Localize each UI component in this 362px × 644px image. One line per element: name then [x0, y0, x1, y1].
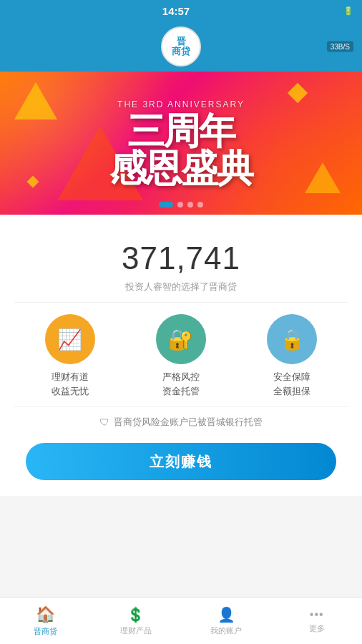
battery-icon: 🔋: [343, 6, 353, 16]
trust-text: 晋商贷风险金账户已被晋城银行托管: [114, 416, 263, 429]
security-text: 安全保障 全额担保: [273, 370, 310, 398]
status-icons: 🔋: [343, 6, 353, 16]
banner-main-text-line2: 感恩盛典: [109, 150, 253, 187]
earn-money-button[interactable]: 立刻赚钱: [26, 443, 336, 480]
wifi-speed: 33B/S: [327, 42, 353, 52]
main-content: 371,741 投资人睿智的选择了晋商贷 📈 理财有道 收益无忧 🔐 严格风控 …: [0, 215, 362, 496]
finance-icon: 📈: [45, 314, 95, 364]
investor-count: 371,741: [14, 240, 348, 276]
shield-icon: 🛡: [99, 416, 109, 428]
stats-description: 投资人睿智的选择了晋商贷: [14, 280, 348, 293]
security-icon: 🔒: [267, 314, 317, 364]
status-bar: 14:57 🔋: [0, 0, 362, 21]
dot-2: [177, 202, 183, 208]
nav-item-account[interactable]: 👤 我的账户: [181, 597, 272, 644]
stats-section: 371,741 投资人睿智的选择了晋商贷: [14, 229, 348, 302]
feature-risk: 🔐 严格风控 资金托管: [156, 314, 206, 398]
bottom-navigation: 🏠 晋商贷 💲 理财产品 👤 我的账户 ••• 更多: [0, 597, 362, 644]
logo-text: 晋商贷: [172, 36, 190, 57]
risk-icon: 🔐: [156, 314, 206, 364]
account-label: 我的账户: [210, 625, 242, 636]
security-line1: 安全保障: [273, 371, 310, 382]
banner-subtitle: THE 3RD ANNIVERSARY: [109, 99, 253, 109]
status-time: 14:57: [162, 5, 190, 17]
products-label: 理财产品: [120, 625, 152, 636]
finance-line1: 理财有道: [52, 371, 89, 382]
app-logo: 晋商贷: [161, 26, 201, 67]
account-icon: 👤: [217, 606, 235, 623]
triangle-decoration-2: [14, 82, 57, 119]
home-icon: 🏠: [36, 605, 55, 624]
home-label: 晋商贷: [34, 626, 57, 637]
risk-line1: 严格风控: [162, 371, 200, 382]
finance-text: 理财有道 收益无忧: [52, 370, 89, 398]
triangle-decoration-3: [305, 162, 341, 193]
nav-item-products[interactable]: 💲 理财产品: [91, 597, 182, 644]
feature-security: 🔒 安全保障 全额担保: [267, 314, 317, 398]
feature-finance: 📈 理财有道 收益无忧: [45, 314, 95, 398]
products-icon: 💲: [127, 606, 145, 623]
banner-content: THE 3RD ANNIVERSARY 三周年 感恩盛典: [109, 99, 253, 187]
more-icon: •••: [310, 608, 324, 621]
security-line2: 全额担保: [273, 386, 310, 396]
cta-section[interactable]: 立刻赚钱: [14, 437, 348, 489]
finance-line2: 收益无忧: [52, 386, 89, 396]
nav-item-home[interactable]: 🏠 晋商贷: [0, 597, 91, 644]
promo-banner: THE 3RD ANNIVERSARY 三周年 感恩盛典: [0, 72, 362, 215]
more-label: 更多: [309, 623, 325, 634]
banner-dots: [159, 202, 203, 208]
features-section: 📈 理财有道 收益无忧 🔐 严格风控 资金托管 🔒 安全保障 全额担保: [14, 302, 348, 407]
trust-section: 🛡 晋商贷风险金账户已被晋城银行托管: [14, 407, 348, 437]
app-header: 晋商贷 33B/S: [0, 21, 362, 72]
dot-1: [159, 202, 173, 208]
dot-4: [197, 202, 203, 208]
risk-text: 严格风控 资金托管: [162, 370, 200, 398]
dot-3: [187, 202, 193, 208]
nav-item-more[interactable]: ••• 更多: [272, 597, 363, 644]
banner-main-text-line1: 三周年: [109, 112, 253, 150]
risk-line2: 资金托管: [162, 386, 200, 396]
